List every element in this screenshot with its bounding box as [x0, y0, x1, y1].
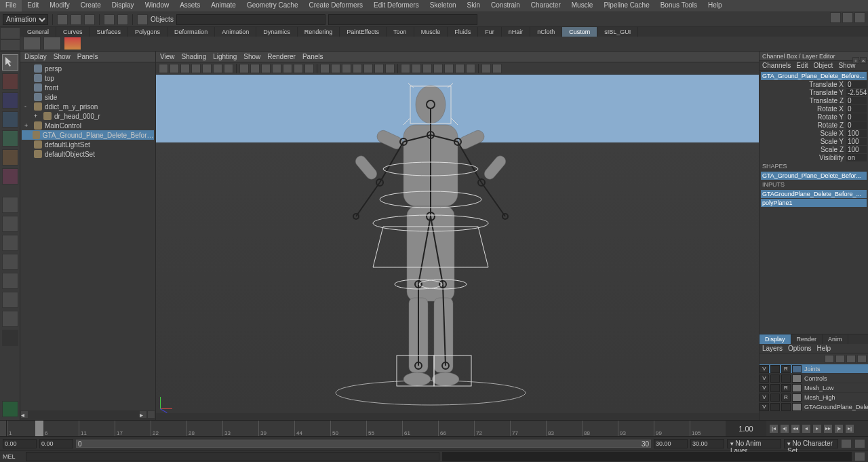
viewport-toolbar-icon[interactable]	[250, 64, 260, 73]
shelf-tab-fur[interactable]: Fur	[478, 27, 502, 37]
redo-button[interactable]	[117, 14, 128, 25]
viewport-toolbar-icon[interactable]	[385, 64, 395, 73]
channel-attr-row[interactable]: Scale Z100	[761, 145, 867, 153]
outliner-item[interactable]: +dr_head_000_r	[22, 111, 154, 121]
cb-input-node[interactable]: polyPlane1	[761, 199, 867, 207]
menu-window[interactable]: Window	[140, 0, 175, 12]
outliner-item[interactable]: top	[22, 73, 154, 83]
layer-type-toggle[interactable]: R	[781, 393, 791, 402]
open-scene-button[interactable]	[71, 14, 81, 25]
viewport-toolbar-icon[interactable]	[180, 64, 190, 73]
layer-type-toggle[interactable]: R	[781, 365, 791, 373]
outliner-item[interactable]: GTA_Ground_Plane_Delete_Before_Export	[22, 130, 154, 140]
layer-row[interactable]: VControls	[760, 374, 868, 383]
layout-persp-graph-icon[interactable]	[2, 254, 18, 270]
layer-type-toggle[interactable]	[781, 403, 791, 411]
layer-menu-layers[interactable]: Layers	[762, 345, 783, 352]
select-mode-icon[interactable]	[137, 14, 148, 25]
shelf-tab-curves[interactable]: Curves	[56, 27, 90, 37]
cb-shape-node[interactable]: GTA_Ground_Plane_Delete_Befor...	[761, 172, 867, 180]
rotate-tool[interactable]	[2, 130, 18, 147]
range-end-field[interactable]: 30.00	[654, 439, 688, 448]
shelf-tab-rendering[interactable]: Rendering	[298, 27, 340, 37]
menu-geometry-cache[interactable]: Geometry Cache	[241, 0, 304, 12]
layer-type-toggle[interactable]: R	[781, 384, 791, 392]
current-time-indicator[interactable]	[35, 421, 43, 436]
attr-value[interactable]: 0	[846, 81, 867, 88]
viewport-toolbar-icon[interactable]	[455, 64, 465, 73]
anim-layer-dropdown[interactable]: ▾ No Anim Layer	[727, 439, 781, 448]
outliner-menu-panels[interactable]: Panels	[77, 53, 98, 60]
mode-dropdown[interactable]: Animation	[3, 14, 48, 25]
layer-new-selected-icon[interactable]	[857, 355, 867, 363]
scroll-right-icon[interactable]: ▸	[139, 410, 147, 419]
shelf-tab-toon[interactable]: Toon	[387, 27, 414, 37]
viewport-toolbar-icon[interactable]	[466, 64, 475, 73]
shelf-icon-hshd[interactable]	[23, 37, 41, 50]
viewport-toolbar-icon[interactable]	[433, 64, 443, 73]
outliner-item[interactable]: defaultObjectSet	[22, 149, 154, 159]
layer-row[interactable]: VRJoints	[760, 364, 868, 374]
manipulator-tool[interactable]	[2, 168, 18, 185]
channel-attr-row[interactable]: Scale X100	[761, 129, 867, 137]
outliner-menu-display[interactable]: Display	[24, 53, 47, 60]
viewport-toolbar-icon[interactable]	[317, 64, 317, 73]
layer-vis-toggle[interactable]: V	[760, 365, 769, 373]
menu-muscle[interactable]: Muscle	[566, 0, 599, 12]
shelf-tab-painteffects[interactable]: PaintEffects	[340, 27, 387, 37]
step-back-button[interactable]: ◂◂	[791, 424, 800, 434]
play-forward-button[interactable]: ▸	[812, 424, 822, 434]
outliner-item[interactable]: persp	[22, 64, 154, 73]
shelf-tab-muscle[interactable]: Muscle	[414, 27, 448, 37]
attr-value[interactable]: on	[846, 154, 867, 161]
shelf-tab-surfaces[interactable]: Surfaces	[90, 27, 129, 37]
shelf-tab-sibl_gui[interactable]: sIBL_GUI	[597, 27, 638, 37]
viewport-toolbar-icon[interactable]	[412, 64, 421, 73]
layer-playback-toggle[interactable]	[770, 403, 780, 411]
attr-value[interactable]: 100	[846, 130, 867, 137]
cb-menu-object[interactable]: Object	[814, 62, 833, 69]
script-editor-button[interactable]	[854, 452, 865, 461]
viewport-toolbar-icon[interactable]	[397, 64, 398, 73]
layer-move-down-icon[interactable]	[835, 355, 845, 363]
viewport-toolbar-icon[interactable]	[272, 64, 281, 73]
layer-color-swatch[interactable]	[792, 374, 802, 383]
vp-menu-view[interactable]: View	[160, 53, 175, 60]
outliner-scrollbar[interactable]: ◂ ▸	[20, 410, 155, 420]
panel-minimize-icon[interactable]: ▫	[852, 57, 859, 64]
layer-vis-toggle[interactable]: V	[760, 374, 769, 383]
range-start-field[interactable]: 0.00	[39, 439, 73, 448]
menu-file[interactable]: File	[0, 0, 22, 12]
attribute-editor-toggle-icon[interactable]	[830, 12, 841, 23]
tool-settings-toggle-icon[interactable]	[842, 12, 853, 23]
shelf-tab-custom[interactable]: Custom	[562, 27, 597, 37]
menu-help[interactable]: Help	[703, 0, 728, 12]
expand-icon[interactable]: -	[24, 103, 31, 110]
menu-create-deformers[interactable]: Create Deformers	[304, 0, 368, 12]
move-tool[interactable]	[2, 111, 18, 128]
layer-type-toggle[interactable]	[781, 374, 791, 383]
layout-hypershade-icon[interactable]	[2, 273, 18, 289]
layer-color-swatch[interactable]	[792, 365, 802, 373]
character-set-dropdown[interactable]: ▾ No Character Set	[784, 439, 838, 448]
viewport-toolbar-icon[interactable]	[191, 64, 201, 73]
layer-vis-toggle[interactable]: V	[760, 384, 769, 392]
outliner-item[interactable]: side	[22, 92, 154, 102]
layer-color-swatch[interactable]	[792, 393, 802, 402]
step-forward-key-button[interactable]: |▸	[834, 424, 844, 434]
viewport-toolbar-icon[interactable]	[363, 64, 373, 73]
attr-value[interactable]: 0	[846, 105, 867, 113]
channel-attr-row[interactable]: Scale Y100	[761, 137, 867, 145]
attr-value[interactable]: 0	[846, 113, 867, 121]
viewport-toolbar-icon[interactable]	[444, 64, 454, 73]
cb-menu-edit[interactable]: Edit	[796, 62, 808, 69]
layer-tab-display[interactable]: Display	[760, 334, 791, 344]
viewport-3d[interactable]	[156, 75, 759, 413]
layer-color-swatch[interactable]	[792, 403, 802, 411]
shelf-edit-icon[interactable]	[0, 39, 20, 52]
layer-row[interactable]: VRMesh_Low	[760, 383, 868, 393]
shelf-arrow-icon[interactable]	[0, 27, 20, 39]
layout-persp-outliner-icon[interactable]	[2, 235, 18, 251]
menu-animate[interactable]: Animate	[205, 0, 241, 12]
channel-attr-row[interactable]: Rotate Y0	[761, 113, 867, 121]
